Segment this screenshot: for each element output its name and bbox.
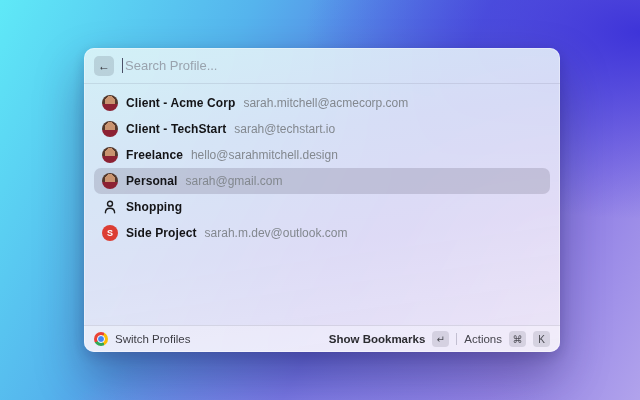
k-key-badge: K [533,331,550,347]
search-bar: ← Search Profile... [84,48,560,84]
profile-switcher-panel: ← Search Profile... Client - Acme Corp s… [84,48,560,352]
profile-email: sarah@gmail.com [186,174,283,188]
profile-row-client-techstart[interactable]: Client - TechStart sarah@techstart.io [94,116,550,142]
profile-list: Client - Acme Corp sarah.mitchell@acmeco… [84,84,560,325]
profile-row-freelance[interactable]: Freelance hello@sarahmitchell.design [94,142,550,168]
profile-row-client-acme-corp[interactable]: Client - Acme Corp sarah.mitchell@acmeco… [94,90,550,116]
text-cursor [122,58,123,73]
profile-photo-avatar [102,121,118,137]
profile-row-shopping[interactable]: Shopping [94,194,550,220]
show-bookmarks-button[interactable]: Show Bookmarks [329,333,426,345]
letter-avatar: S [102,225,118,241]
profile-email: sarah.mitchell@acmecorp.com [243,96,408,110]
profile-name: Shopping [126,200,182,214]
profile-photo-avatar [102,147,118,163]
footer-bar: Switch Profiles Show Bookmarks ↵ Actions… [84,325,560,352]
profile-email: sarah.m.dev@outlook.com [205,226,348,240]
profile-row-side-project[interactable]: S Side Project sarah.m.dev@outlook.com [94,220,550,246]
profile-photo-avatar [102,173,118,189]
profile-row-personal[interactable]: Personal sarah@gmail.com [94,168,550,194]
profile-email: sarah@techstart.io [234,122,335,136]
back-arrow-icon: ← [98,59,110,73]
footer-divider [456,333,457,345]
profile-name: Client - Acme Corp [126,96,235,110]
back-button[interactable]: ← [94,56,114,76]
profile-photo-avatar [102,95,118,111]
person-outline-icon [102,199,118,215]
footer-context-label: Switch Profiles [115,333,190,345]
footer-context: Switch Profiles [94,332,190,346]
profile-name: Freelance [126,148,183,162]
profile-email: hello@sarahmitchell.design [191,148,338,162]
search-input[interactable]: Search Profile... [125,58,218,73]
chrome-logo-icon [94,332,108,346]
return-key-badge: ↵ [432,331,449,347]
profile-name: Personal [126,174,178,188]
profile-name: Client - TechStart [126,122,226,136]
actions-button[interactable]: Actions [464,333,502,345]
command-key-badge: ⌘ [509,331,526,347]
profile-name: Side Project [126,226,197,240]
